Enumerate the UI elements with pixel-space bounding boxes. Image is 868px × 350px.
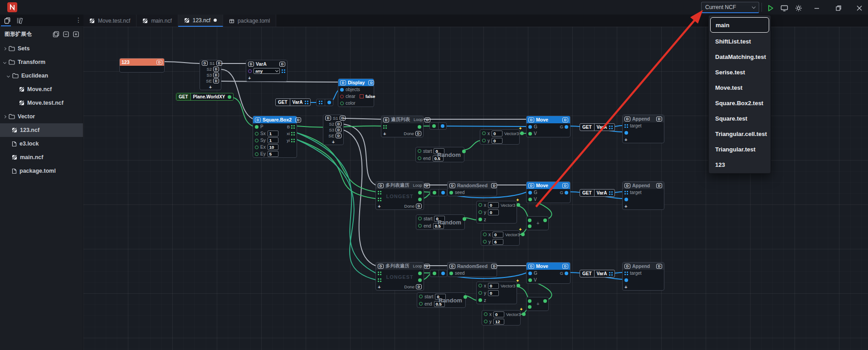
port-dots-g[interactable] bbox=[383, 125, 387, 129]
node-rs1[interactable]: DRandomSeedDseed bbox=[447, 181, 497, 196]
port-dot-g[interactable] bbox=[432, 124, 436, 128]
tab-package.toml[interactable]: package.toml bbox=[223, 15, 276, 27]
port-ring-g[interactable] bbox=[419, 302, 423, 306]
port-dot-b[interactable] bbox=[528, 125, 532, 129]
value-input[interactable]: 0 bbox=[488, 290, 499, 296]
port-dot-g[interactable] bbox=[543, 219, 547, 222]
port-dots-g[interactable] bbox=[291, 132, 295, 136]
node-move1[interactable]: DMoveDGGV bbox=[526, 116, 571, 137]
port-dot-g[interactable] bbox=[418, 198, 422, 201]
value-input[interactable]: 0 bbox=[435, 294, 446, 300]
port-ring-g[interactable] bbox=[340, 102, 344, 105]
port-dot-b[interactable] bbox=[441, 272, 445, 275]
port-dot-b[interactable] bbox=[565, 191, 568, 194]
port-d[interactable]: D bbox=[491, 183, 497, 188]
port-plus[interactable]: + bbox=[624, 204, 627, 209]
port-ring-p[interactable] bbox=[248, 69, 252, 73]
getter-node-VarA[interactable]: GETVarA bbox=[580, 123, 615, 131]
sidebar-item-e3.lock[interactable]: e3.lock bbox=[0, 137, 83, 151]
sidebar-item-package.toml[interactable]: package.toml bbox=[0, 164, 83, 178]
port-dot-g[interactable] bbox=[463, 217, 466, 221]
port-dot-g[interactable] bbox=[418, 278, 422, 282]
port-dot-g[interactable] bbox=[463, 295, 467, 299]
port-d[interactable]: D bbox=[368, 80, 374, 85]
node-header[interactable]: D多列表遍历LoopD bbox=[376, 262, 424, 270]
port-d[interactable]: D bbox=[491, 264, 497, 269]
checkbox[interactable] bbox=[360, 94, 364, 98]
value-input[interactable]: 1 bbox=[268, 137, 278, 143]
port-d[interactable]: D bbox=[415, 131, 421, 136]
value-input[interactable]: 1 bbox=[268, 131, 278, 136]
value-input[interactable]: 0 bbox=[488, 209, 499, 215]
node-n123[interactable]: 123D bbox=[119, 58, 165, 73]
node-header[interactable]: DMoveD bbox=[527, 116, 570, 123]
port-d[interactable]: D bbox=[424, 117, 430, 122]
port-d[interactable]: D bbox=[213, 78, 219, 83]
node-append1[interactable]: DAppendDtarget+ bbox=[622, 115, 664, 143]
port-d[interactable]: D bbox=[202, 61, 208, 66]
port-dots-b[interactable] bbox=[624, 272, 628, 275]
value-input[interactable]: 0 bbox=[492, 131, 502, 136]
port-d[interactable]: D bbox=[216, 61, 222, 66]
theme-sun-icon[interactable] bbox=[792, 2, 805, 14]
add-port-icon[interactable]: + bbox=[248, 76, 251, 80]
add-port-icon[interactable]: + bbox=[378, 285, 380, 289]
panel-more-actions-icon[interactable]: ⋮ bbox=[75, 16, 82, 24]
node-vec1[interactable]: x0Vector3y0✦ bbox=[480, 129, 520, 145]
node-seq2[interactable]: DS1DS2DS3DSED+ bbox=[323, 115, 344, 145]
menu-item-Square.Box2.test[interactable]: Square.Box2.test bbox=[709, 95, 770, 111]
library-books-icon[interactable] bbox=[15, 16, 25, 25]
port-dots-g[interactable] bbox=[378, 198, 381, 201]
port-dot-g[interactable] bbox=[478, 298, 482, 302]
node-move3[interactable]: DMoveDGGV bbox=[526, 262, 571, 284]
getter-node-VarA[interactable]: GETVarA bbox=[275, 98, 311, 106]
port-dot-b[interactable] bbox=[624, 198, 628, 201]
port-d[interactable]: D bbox=[624, 117, 630, 122]
sidebar-item-main.ncf[interactable]: main.ncf bbox=[0, 151, 83, 164]
value-input[interactable]: 0 bbox=[493, 232, 503, 238]
port-d[interactable]: D bbox=[562, 117, 568, 122]
node-random2[interactable]: start0end0.5Random bbox=[416, 214, 465, 230]
port-dot-b[interactable] bbox=[624, 278, 628, 282]
port-dots-b[interactable] bbox=[609, 191, 613, 195]
port-d[interactable]: D bbox=[213, 67, 219, 72]
port-d[interactable]: D bbox=[336, 122, 341, 126]
add-port-icon[interactable]: + bbox=[332, 140, 335, 144]
port-dots-g[interactable] bbox=[378, 278, 381, 282]
port-ring-g[interactable] bbox=[484, 320, 488, 323]
save-all-icon[interactable] bbox=[53, 31, 59, 38]
sidebar-item-Sets[interactable]: Sets bbox=[0, 42, 83, 55]
port-plus[interactable]: + bbox=[624, 285, 627, 289]
port-ring-g[interactable] bbox=[419, 295, 423, 298]
port-plus[interactable]: + bbox=[624, 137, 627, 142]
port-dot-g[interactable] bbox=[522, 312, 526, 316]
port-dot-g[interactable] bbox=[543, 299, 547, 303]
restore-button[interactable] bbox=[832, 2, 845, 14]
node-append3[interactable]: DAppendDtarget+ bbox=[622, 262, 664, 291]
port-d[interactable]: D bbox=[325, 116, 331, 121]
port-ring-g[interactable] bbox=[483, 240, 487, 243]
node-seq1[interactable]: DS1DS2DS3DSED+ bbox=[200, 60, 221, 90]
port-ring-r[interactable] bbox=[340, 95, 344, 98]
monitor-icon[interactable] bbox=[777, 2, 791, 14]
port-d[interactable]: D bbox=[378, 183, 384, 188]
port-ring-g[interactable] bbox=[482, 139, 486, 142]
node-mloop2[interactable]: D多列表遍历LoopD+DoneDLONGEST bbox=[375, 262, 424, 291]
add-port-icon[interactable]: + bbox=[378, 204, 380, 209]
node-header[interactable]: D遍历列表LoopD bbox=[381, 116, 423, 123]
sidebar-item-Move.test.ncf[interactable]: Move.test.ncf bbox=[0, 96, 83, 110]
tab-123.ncf[interactable]: 123.ncf bbox=[178, 15, 223, 27]
port-dot-b[interactable] bbox=[624, 131, 628, 135]
port-ring-g[interactable] bbox=[418, 224, 422, 228]
port-dot-g[interactable] bbox=[418, 272, 422, 275]
port-d[interactable]: D bbox=[656, 264, 662, 269]
node-sqbox[interactable]: DSquare.Box2DPBSx1xiSy1yiEx10Ey5 bbox=[253, 116, 297, 158]
node-header[interactable]: DMoveD bbox=[527, 262, 570, 270]
port-dot-b[interactable] bbox=[441, 124, 444, 128]
port-dot-g[interactable] bbox=[433, 272, 436, 275]
port-dot-g[interactable] bbox=[528, 132, 532, 136]
value-input[interactable]: 0 bbox=[434, 216, 445, 222]
port-d[interactable]: D bbox=[528, 117, 534, 122]
node-header[interactable]: DDisplayD bbox=[338, 79, 374, 86]
explorer-files-icon[interactable] bbox=[2, 16, 13, 25]
